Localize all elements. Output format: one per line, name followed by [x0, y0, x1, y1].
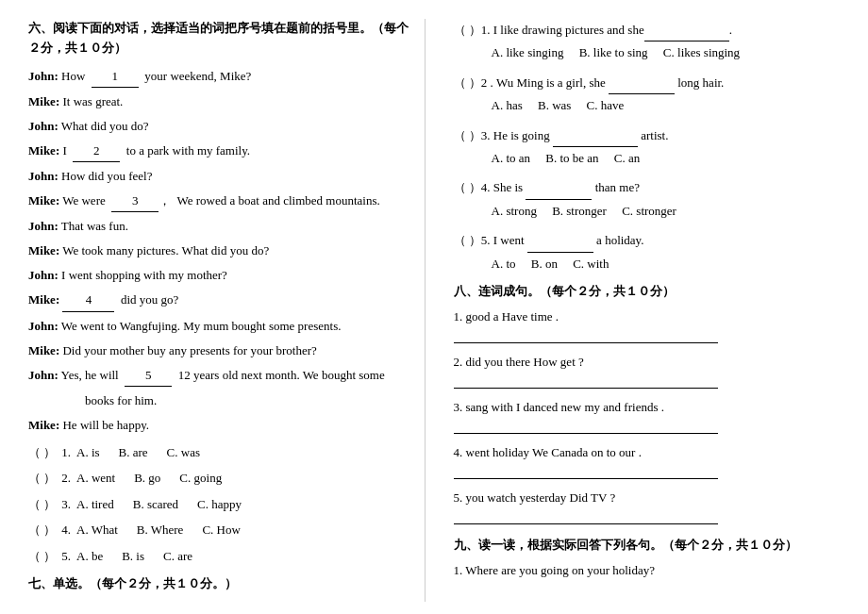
section-eight: 八、连词成句。（每个２分，共１０分） 1. good a Have time .…	[454, 282, 841, 524]
reorder-q3: 3. sang with I danced new my and friends…	[454, 400, 841, 434]
choice-row-4: （ ） 4. A. What B. Where C. How	[28, 519, 415, 540]
q-block-2: （ ）2 . Wu Ming is a girl, she long hair.…	[454, 72, 841, 117]
dialog-line-10: Mike: 4 did you go?	[28, 290, 415, 311]
dialog-line-2: Mike: It was great.	[28, 91, 415, 112]
options-q1: A. like singing B. like to sing C. likes…	[454, 41, 841, 63]
q-block-4: （ ）4. She is than me? A. strong B. stron…	[454, 176, 841, 222]
section-seven-title: 七、单选。（每个２分，共１０分。）	[28, 574, 415, 594]
dialog-line-6: Mike: We were 3， We rowed a boat and cli…	[28, 191, 415, 212]
reorder-line-3	[454, 417, 718, 434]
dialog-line-9: John: I went shopping with my mother?	[28, 265, 415, 286]
q-line-1: （ ）1. I like drawing pictures and she .	[454, 19, 841, 41]
blank-q3	[553, 124, 638, 147]
q-block-1: （ ）1. I like drawing pictures and she . …	[454, 19, 841, 64]
q-line-5: （ ）5. I went a holiday.	[454, 229, 841, 252]
left-column: 六、阅读下面的对话，选择适当的词把序号填在题前的括号里。（每个２分，共１０分） …	[28, 19, 426, 602]
blank-4: 4	[62, 290, 114, 311]
section-nine-q1: 1. Where are you going on your holiday?	[454, 563, 841, 578]
blank-5: 5	[125, 365, 172, 387]
reorder-line-5	[454, 507, 718, 524]
reorder-line-4	[454, 462, 718, 479]
reorder-line-2	[454, 372, 718, 389]
q-block-5: （ ）5. I went a holiday. A. to B. on C. w…	[454, 229, 841, 274]
dialog-line-1: John: How 1 your weekend, Mike?	[28, 66, 415, 88]
choice-row-1: （ ） 1. A. is B. are C. was	[28, 441, 415, 463]
dialog-line-11: John: We went to Wangfujing. My mum boug…	[28, 316, 415, 337]
right-column: （ ）1. I like drawing pictures and she . …	[444, 19, 841, 602]
reorder-q2: 2. did you there How get ?	[454, 355, 841, 389]
dialog-line-3: John: What did you do?	[28, 116, 415, 137]
section-nine-title: 九、读一读，根据实际回答下列各句。（每个２分，共１０分）	[454, 536, 841, 556]
reorder-q5: 5. you watch yesterday Did TV ?	[454, 490, 841, 524]
q-block-3: （ ）3. He is going artist. A. to an B. to…	[454, 124, 841, 170]
options-q4: A. strong B. stronger C. stronger	[454, 200, 841, 222]
section-eight-title: 八、连词成句。（每个２分，共１０分）	[454, 282, 841, 302]
blank-1: 1	[92, 66, 139, 88]
section-six-title: 六、阅读下面的对话，选择适当的词把序号填在题前的括号里。（每个２分，共１０分）	[28, 19, 415, 58]
blank-q2	[609, 72, 675, 94]
blank-3: 3	[111, 191, 159, 212]
dialog-container: John: How 1 your weekend, Mike? Mike: It…	[28, 66, 415, 436]
dialog-line-13: John: Yes, he will 5 12 years old next m…	[28, 365, 415, 387]
blank-q1	[644, 19, 729, 41]
dialog-line-8: Mike: We took many pictures. What did yo…	[28, 241, 415, 261]
dialog-line-4: Mike: I 2 to a park with my family.	[28, 141, 415, 162]
options-q3: A. to an B. to be an C. an	[454, 147, 841, 169]
choice-row-5: （ ） 5. A. be B. is C. are	[28, 545, 415, 567]
reorder-line-1	[454, 326, 718, 343]
blank-2: 2	[73, 141, 120, 162]
choices-container: （ ） 1. A. is B. are C. was （ ） 2. A. wen…	[28, 441, 415, 567]
q-line-4: （ ）4. She is than me?	[454, 176, 841, 199]
options-q5: A. to B. on C. with	[454, 253, 841, 274]
reorder-q4: 4. went holiday We Canada on to our .	[454, 445, 841, 479]
reorder-q1: 1. good a Have time .	[454, 309, 841, 343]
dialog-line-13b: books for him.	[28, 390, 415, 411]
dialog-line-14: Mike: He will be happy.	[28, 415, 415, 436]
blank-q5	[527, 229, 593, 252]
blank-q4	[526, 176, 592, 199]
dialog-line-5: John: How did you feel?	[28, 166, 415, 187]
page-container: 六、阅读下面的对话，选择适当的词把序号填在题前的括号里。（每个２分，共１０分） …	[28, 19, 840, 602]
dialog-line-12: Mike: Did your mother buy any presents f…	[28, 340, 415, 361]
section-nine: 九、读一读，根据实际回答下列各句。（每个２分，共１０分） 1. Where ar…	[454, 536, 841, 578]
choice-row-2: （ ） 2. A. went B. go C. going	[28, 467, 415, 489]
dialog-line-7: John: That was fun.	[28, 216, 415, 237]
q-line-2: （ ）2 . Wu Ming is a girl, she long hair.	[454, 72, 841, 94]
options-q2: A. has B. was C. have	[454, 94, 841, 116]
section-seven: 七、单选。（每个２分，共１０分。）	[28, 574, 415, 594]
q-line-3: （ ）3. He is going artist.	[454, 124, 841, 147]
choice-row-3: （ ） 3. A. tired B. scared C. happy	[28, 493, 415, 515]
